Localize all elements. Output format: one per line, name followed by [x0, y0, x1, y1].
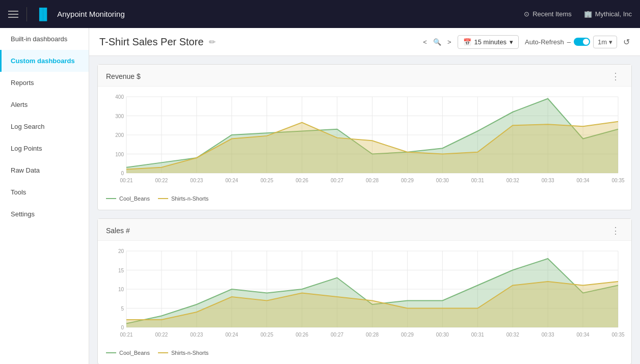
svg-text:00:29: 00:29	[401, 178, 414, 183]
svg-text:00:33: 00:33	[542, 332, 554, 338]
time-range-selector[interactable]: 📅 15 minutes ▾	[458, 35, 519, 49]
sales-chart-card: Sales # ⋮ 2015105000:2100:2200:2300:2400…	[97, 218, 632, 364]
sales-chart-svg: 2015105000:2100:2200:2300:2400:2500:2600…	[106, 246, 623, 343]
svg-text:00:27: 00:27	[331, 332, 343, 338]
logo-icon: ▐▌	[35, 8, 51, 21]
svg-text:00:25: 00:25	[260, 178, 273, 183]
legend-shirts-label: Shirts-n-Shorts	[171, 195, 208, 202]
svg-text:00:35: 00:35	[611, 178, 624, 183]
sidebar-item-log-points[interactable]: Log Points	[0, 137, 89, 159]
org-selector[interactable]: 🏢 Mythical, Inc	[584, 10, 632, 18]
legend-shirts-line	[158, 198, 168, 199]
legend-cool-beans-label: Cool_Beans	[119, 195, 150, 202]
svg-text:200: 200	[115, 132, 124, 138]
calendar-icon: 📅	[463, 38, 471, 46]
revenue-chart-card: Revenue $ ⋮ 400300200100000:2100:2200:23…	[97, 64, 632, 210]
dashboard-title: T-Shirt Sales Per Store	[99, 36, 204, 48]
svg-text:00:27: 00:27	[331, 178, 343, 183]
svg-text:15: 15	[118, 268, 124, 273]
svg-text:00:28: 00:28	[366, 178, 379, 183]
zoom-icon[interactable]: 🔍	[433, 38, 441, 46]
dashboard-header: T-Shirt Sales Per Store ✏ < 🔍 > 📅 15 min…	[89, 28, 640, 56]
org-icon: 🏢	[584, 10, 592, 18]
main-content: T-Shirt Sales Per Store ✏ < 🔍 > 📅 15 min…	[89, 28, 640, 364]
svg-text:00:23: 00:23	[190, 178, 203, 183]
refresh-interval-selector[interactable]: 1m ▾	[593, 36, 617, 48]
legend-shirts-sales-line	[158, 352, 168, 353]
time-range-label: 15 minutes	[474, 38, 507, 46]
edit-title-icon[interactable]: ✏	[209, 37, 216, 47]
legend-cool-beans-sales: Cool_Beans	[106, 350, 150, 356]
interval-chevron-down-icon: ▾	[609, 38, 612, 46]
nav-divider	[26, 7, 27, 21]
legend-shirts-sales: Shirts-n-Shorts	[158, 350, 208, 356]
topnav: ▐▌ Anypoint Monitoring ⊙ Recent Items 🏢 …	[0, 0, 640, 28]
layout: Built-in dashboards Custom dashboards Re…	[0, 28, 640, 364]
svg-text:00:23: 00:23	[190, 332, 203, 338]
auto-refresh-toggle[interactable]	[574, 38, 590, 46]
chevron-down-icon: ▾	[510, 38, 513, 46]
svg-text:00:34: 00:34	[577, 178, 590, 183]
svg-text:00:29: 00:29	[401, 332, 414, 338]
refresh-button[interactable]: ↺	[623, 37, 630, 47]
charts-area: Revenue $ ⋮ 400300200100000:2100:2200:23…	[89, 56, 640, 364]
legend-cool-beans-sales-label: Cool_Beans	[119, 350, 150, 356]
sidebar-item-settings[interactable]: Settings	[0, 203, 89, 225]
legend-cool-beans-line	[106, 198, 116, 199]
svg-text:00:22: 00:22	[155, 332, 168, 338]
svg-text:00:33: 00:33	[542, 178, 554, 183]
svg-text:20: 20	[118, 248, 124, 254]
sales-chart-legend: Cool_Beans Shirts-n-Shorts	[106, 350, 623, 356]
hamburger-menu[interactable]	[8, 11, 18, 18]
header-controls: < 🔍 > 📅 15 minutes ▾ Auto-Refresh – 1m	[423, 35, 630, 49]
sidebar-item-raw-data[interactable]: Raw Data	[0, 159, 89, 181]
svg-text:10: 10	[118, 287, 124, 292]
revenue-chart-svg: 400300200100000:2100:2200:2300:2400:2500…	[106, 92, 623, 188]
svg-text:0: 0	[121, 325, 124, 330]
sales-chart-menu[interactable]: ⋮	[608, 225, 623, 236]
svg-text:00:21: 00:21	[120, 178, 132, 183]
revenue-chart-menu[interactable]: ⋮	[608, 71, 623, 82]
svg-text:00:24: 00:24	[225, 178, 238, 183]
svg-text:00:34: 00:34	[577, 332, 590, 338]
svg-text:00:31: 00:31	[471, 332, 484, 338]
legend-cool-beans-sales-line	[106, 352, 116, 353]
sidebar-item-alerts[interactable]: Alerts	[0, 94, 89, 116]
app-title: Anypoint Monitoring	[57, 10, 125, 18]
svg-text:00:26: 00:26	[296, 178, 308, 183]
svg-text:00:25: 00:25	[260, 332, 273, 338]
sidebar-item-custom-dashboards[interactable]: Custom dashboards	[0, 50, 89, 72]
refresh-interval-label: 1m	[598, 38, 607, 46]
svg-text:00:32: 00:32	[506, 178, 519, 183]
auto-refresh-section: Auto-Refresh – 1m ▾	[525, 36, 617, 48]
zoom-forward-button[interactable]: >	[447, 38, 451, 46]
svg-text:00:21: 00:21	[120, 332, 132, 338]
dashboard-title-section: T-Shirt Sales Per Store ✏	[99, 36, 216, 48]
sidebar-item-tools[interactable]: Tools	[0, 181, 89, 203]
zoom-back-button[interactable]: <	[423, 38, 427, 46]
toggle-knob	[583, 39, 589, 45]
svg-text:00:28: 00:28	[366, 332, 379, 338]
svg-text:300: 300	[115, 114, 124, 119]
revenue-chart-legend: Cool_Beans Shirts-n-Shorts	[106, 195, 623, 202]
recent-items-icon: ⊙	[524, 10, 529, 18]
legend-shirts-revenue: Shirts-n-Shorts	[158, 195, 208, 202]
sales-chart-title: Sales #	[106, 227, 130, 235]
svg-text:0: 0	[121, 171, 124, 176]
svg-text:00:31: 00:31	[471, 178, 484, 183]
svg-text:00:35: 00:35	[611, 332, 624, 338]
legend-cool-beans-revenue: Cool_Beans	[106, 195, 150, 202]
svg-text:00:30: 00:30	[436, 178, 449, 183]
legend-shirts-sales-label: Shirts-n-Shorts	[171, 350, 208, 356]
sidebar: Built-in dashboards Custom dashboards Re…	[0, 28, 89, 364]
recent-items-button[interactable]: ⊙ Recent Items	[524, 10, 572, 18]
svg-text:5: 5	[121, 306, 124, 312]
svg-text:00:24: 00:24	[225, 332, 238, 338]
sidebar-item-log-search[interactable]: Log Search	[0, 116, 89, 137]
sidebar-item-reports[interactable]: Reports	[0, 72, 89, 94]
svg-text:00:30: 00:30	[436, 332, 449, 338]
auto-refresh-label: Auto-Refresh	[525, 38, 564, 46]
sidebar-item-built-in-dashboards[interactable]: Built-in dashboards	[0, 28, 89, 50]
svg-text:400: 400	[115, 94, 124, 100]
revenue-chart-title: Revenue $	[106, 72, 141, 80]
